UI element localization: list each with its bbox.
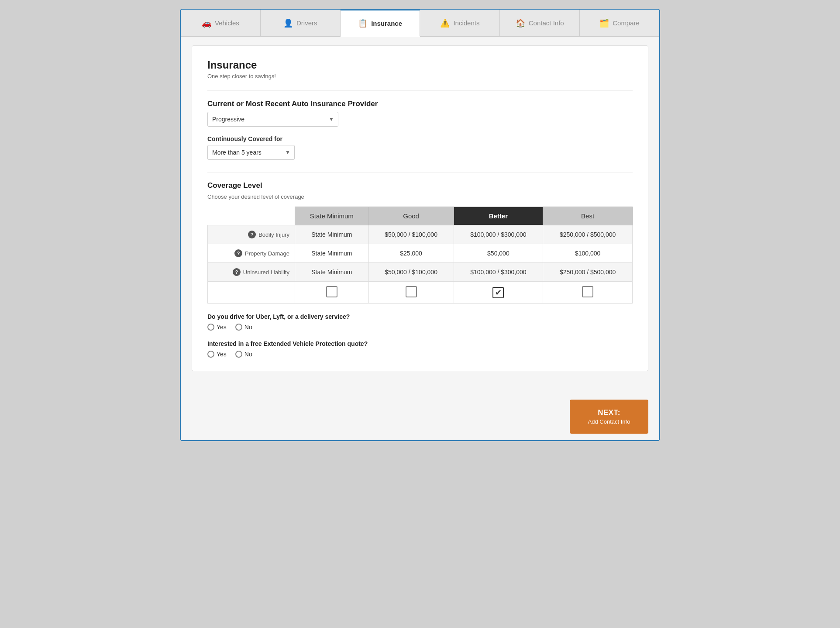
tab-compare-label: Compare xyxy=(613,19,640,27)
provider-label: Current or Most Recent Auto Insurance Pr… xyxy=(207,100,633,108)
coverage-level-section: Coverage Level Choose your desired level… xyxy=(207,181,633,304)
rideshare-yes-label[interactable]: Yes xyxy=(207,324,227,331)
provider-section: Current or Most Recent Auto Insurance Pr… xyxy=(207,100,633,127)
uninsured-liability-better: $100,000 / $300,000 xyxy=(454,263,543,282)
next-button-label: NEXT: xyxy=(583,407,635,418)
bottom-bar: NEXT: Add Contact Info xyxy=(181,393,659,440)
contact-info-icon: 🏠 xyxy=(516,18,525,28)
checkbox-state-min[interactable] xyxy=(326,286,337,297)
drivers-icon: 👤 xyxy=(283,18,293,28)
tab-drivers-label: Drivers xyxy=(296,19,317,27)
evp-question-text: Interested in a free Extended Vehicle Pr… xyxy=(207,340,633,347)
main-content: Insurance One step closer to savings! Cu… xyxy=(181,37,659,393)
uninsured-liability-label: Uninsured Liability xyxy=(243,269,289,276)
table-row: ? Bodily Injury State Minimum $50,000 / … xyxy=(208,225,633,244)
checkbox-state-minimum[interactable] xyxy=(295,282,369,304)
row-label-uninsured-liability: ? Uninsured Liability xyxy=(208,263,295,282)
evp-yes-text: Yes xyxy=(217,351,227,358)
tab-drivers[interactable]: 👤 Drivers xyxy=(261,10,341,36)
card-title: Insurance xyxy=(207,59,633,71)
checkbox-row-empty xyxy=(208,282,295,304)
property-damage-state-min: State Minimum xyxy=(295,244,369,263)
help-icon-property-damage[interactable]: ? xyxy=(234,249,242,257)
bodily-injury-best: $250,000 / $500,000 xyxy=(543,225,633,244)
bodily-injury-state-min: State Minimum xyxy=(295,225,369,244)
col-best: Best xyxy=(543,207,633,225)
tab-vehicles[interactable]: 🚗 Vehicles xyxy=(181,10,261,36)
checkbox-best[interactable] xyxy=(582,286,593,297)
rideshare-question-block: Do you drive for Uber, Lyft, or a delive… xyxy=(207,313,633,331)
evp-question-block: Interested in a free Extended Vehicle Pr… xyxy=(207,340,633,358)
evp-radio-group: Yes No xyxy=(207,351,633,358)
checkbox-better[interactable]: ✔ xyxy=(454,282,543,304)
evp-no-label[interactable]: No xyxy=(235,351,252,358)
compare-icon: 🗂️ xyxy=(599,18,609,28)
property-damage-label: Property Damage xyxy=(245,250,289,257)
coverage-table: State Minimum Good Better Best ? xyxy=(207,207,633,304)
rideshare-yes-text: Yes xyxy=(217,324,227,331)
coverage-level-subtitle: Choose your desired level of coverage xyxy=(207,193,633,200)
rideshare-question-text: Do you drive for Uber, Lyft, or a delive… xyxy=(207,313,633,320)
coverage-col-empty xyxy=(208,207,295,225)
uninsured-liability-state-min: State Minimum xyxy=(295,263,369,282)
provider-select[interactable]: Progressive State Farm Geico Allstate US… xyxy=(207,112,338,127)
bodily-injury-good: $50,000 / $100,000 xyxy=(368,225,454,244)
col-better: Better xyxy=(454,207,543,225)
coverage-duration-section: Continuously Covered for More than 5 yea… xyxy=(207,135,633,160)
tab-contact-info[interactable]: 🏠 Contact Info xyxy=(500,10,580,36)
insurance-card: Insurance One step closer to savings! Cu… xyxy=(192,45,648,371)
card-subtitle: One step closer to savings! xyxy=(207,73,633,79)
rideshare-yes-radio[interactable] xyxy=(207,324,214,331)
checkbox-good[interactable] xyxy=(368,282,454,304)
incidents-icon: ⚠️ xyxy=(440,18,450,28)
nav-tabs: 🚗 Vehicles 👤 Drivers 📋 Insurance ⚠️ Inci… xyxy=(181,10,659,37)
bodily-injury-better: $100,000 / $300,000 xyxy=(454,225,543,244)
checkbox-best[interactable] xyxy=(543,282,633,304)
checkbox-better[interactable]: ✔ xyxy=(492,287,504,298)
coverage-duration-select[interactable]: More than 5 years 3-5 years 1-3 years Le… xyxy=(207,145,295,160)
rideshare-no-radio[interactable] xyxy=(235,324,242,331)
evp-yes-radio[interactable] xyxy=(207,351,214,358)
coverage-level-title: Coverage Level xyxy=(207,181,633,190)
rideshare-no-label[interactable]: No xyxy=(235,324,252,331)
row-label-property-damage: ? Property Damage xyxy=(208,244,295,263)
tab-vehicles-label: Vehicles xyxy=(215,19,239,27)
bodily-injury-label: Bodily Injury xyxy=(258,231,289,238)
table-row: ? Property Damage State Minimum $25,000 … xyxy=(208,244,633,263)
col-state-minimum: State Minimum xyxy=(295,207,369,225)
coverage-duration-label: Continuously Covered for xyxy=(207,135,633,142)
insurance-icon: 📋 xyxy=(358,18,368,28)
card-header: Insurance One step closer to savings! xyxy=(207,59,633,79)
uninsured-liability-good: $50,000 / $100,000 xyxy=(368,263,454,282)
row-label-bodily-injury: ? Bodily Injury xyxy=(208,225,295,244)
property-damage-best: $100,000 xyxy=(543,244,633,263)
checkbox-good[interactable] xyxy=(406,286,417,297)
evp-no-radio[interactable] xyxy=(235,351,242,358)
help-icon-uninsured-liability[interactable]: ? xyxy=(233,268,241,276)
tab-incidents-label: Incidents xyxy=(453,19,479,27)
tab-incidents[interactable]: ⚠️ Incidents xyxy=(420,10,500,36)
evp-no-text: No xyxy=(244,351,252,358)
app-wrapper: 🚗 Vehicles 👤 Drivers 📋 Insurance ⚠️ Inci… xyxy=(180,9,660,441)
tab-insurance[interactable]: 📋 Insurance xyxy=(341,10,420,37)
evp-yes-label[interactable]: Yes xyxy=(207,351,227,358)
uninsured-liability-best: $250,000 / $500,000 xyxy=(543,263,633,282)
next-button-sublabel: Add Contact Info xyxy=(583,418,635,426)
rideshare-no-text: No xyxy=(244,324,252,331)
property-damage-better: $50,000 xyxy=(454,244,543,263)
provider-select-wrapper: Progressive State Farm Geico Allstate US… xyxy=(207,112,338,127)
table-row: ? Uninsured Liability State Minimum $50,… xyxy=(208,263,633,282)
tab-contact-info-label: Contact Info xyxy=(529,19,564,27)
checkbox-row: ✔ xyxy=(208,282,633,304)
tab-insurance-label: Insurance xyxy=(371,20,402,27)
rideshare-radio-group: Yes No xyxy=(207,324,633,331)
col-good: Good xyxy=(368,207,454,225)
vehicles-icon: 🚗 xyxy=(202,18,211,28)
property-damage-good: $25,000 xyxy=(368,244,454,263)
tab-compare[interactable]: 🗂️ Compare xyxy=(580,10,659,36)
next-button[interactable]: NEXT: Add Contact Info xyxy=(570,400,648,434)
help-icon-bodily-injury[interactable]: ? xyxy=(248,231,256,238)
coverage-duration-select-wrapper: More than 5 years 3-5 years 1-3 years Le… xyxy=(207,145,295,160)
